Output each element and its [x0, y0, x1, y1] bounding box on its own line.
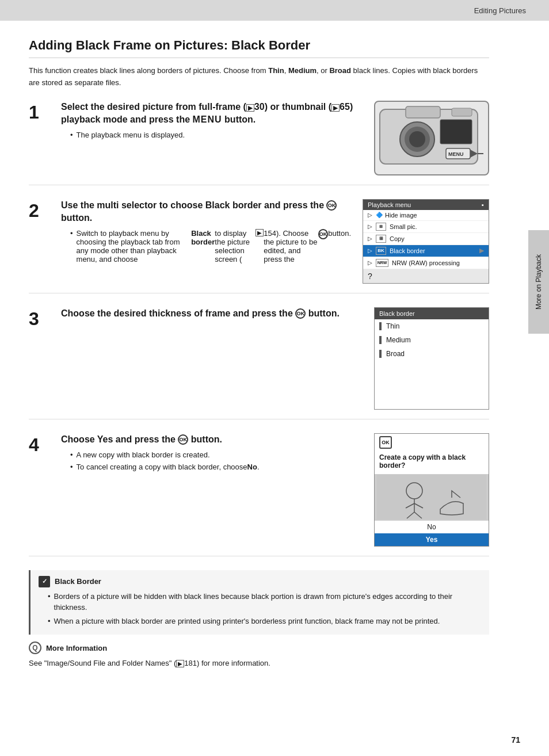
step-1-number: 1 [29, 103, 52, 121]
step-1-image: MENU [374, 101, 489, 175]
intro-broad: Broad [329, 66, 351, 75]
svg-text:MENU: MENU [448, 151, 464, 157]
more-info-text-end: ) for more information. [197, 659, 270, 667]
black-border-empty-1 [375, 361, 489, 377]
copy-icon: ⊞ [376, 235, 386, 243]
broad-label: Broad [386, 350, 405, 358]
top-bar: Editing Pictures [0, 0, 549, 21]
step-4-content: Choose Yes and press the OK button. A ne… [61, 433, 363, 471]
black-border-empty-3 [375, 393, 489, 409]
black-border-broad[interactable]: Broad [375, 347, 489, 361]
nrw-icon: NRW [376, 259, 388, 267]
step-3-title: Choose the desired thickness of frame an… [61, 307, 363, 320]
copy-no-label: No [427, 523, 436, 531]
thin-indicator [379, 322, 382, 330]
step-2-number: 2 [29, 201, 52, 220]
playback-menu-item-copy[interactable]: ▷ ⊞ Copy [363, 233, 489, 245]
step-3-number: 3 [29, 310, 52, 328]
svg-rect-11 [377, 475, 486, 520]
thin-label: Thin [386, 322, 399, 330]
black-border-bullet-2-text: When a picture with black border are pri… [54, 616, 440, 627]
copy-yes-label: Yes [426, 536, 438, 544]
playback-menu-title: Playback menu [368, 201, 411, 208]
preview-svg [377, 475, 486, 520]
svg-rect-1 [406, 106, 440, 118]
step-1-bullet: The playback menu is displayed. [70, 131, 363, 139]
black-border-medium[interactable]: Medium [375, 333, 489, 347]
intro-thin: Thin [268, 66, 284, 75]
step-2-title: Use the multi selector to choose Black b… [61, 199, 351, 225]
menu-item-small-label: Small pic. [390, 223, 417, 230]
playback-menu-icon: ▪ [482, 201, 484, 208]
menu-bottom: ? [363, 269, 489, 283]
medium-label: Medium [386, 336, 411, 344]
menu-arrow: ▶ [479, 247, 484, 254]
intro-or: , or [317, 66, 329, 75]
note-check-icon: ✓ [39, 576, 50, 587]
small-pic-icon: ⊞ [376, 223, 386, 231]
info-icon: Q [29, 642, 41, 654]
black-border-thin[interactable]: Thin [375, 319, 489, 333]
step-1: 1 Select the desired picture from full-f… [29, 101, 489, 185]
copy-ok-icon: OK [379, 436, 392, 449]
step-1-bullet-text: The playback menu is displayed. [77, 131, 185, 139]
intro-before: This function creates black lines along … [29, 66, 268, 75]
step-4-image: OK Create a copy with a black border? [374, 433, 489, 547]
step-2-content: Use the multi selector to choose Black b… [61, 199, 351, 264]
black-border-note: ✓ Black Border Borders of a picture will… [29, 570, 489, 635]
svg-rect-2 [452, 108, 472, 116]
step-2: 2 Use the multi selector to choose Black… [29, 199, 489, 293]
playback-menu-item-small[interactable]: ▷ ⊞ Small pic. [363, 221, 489, 233]
step-4-bullet-1: A new copy with black border is created. [70, 450, 363, 459]
intro-medium: Medium [288, 66, 317, 75]
copy-dialog-text: Create a copy with a black border? [375, 451, 489, 474]
more-info-ref: ▶181 [176, 659, 197, 667]
step-3-content: Choose the desired thickness of frame an… [61, 307, 363, 324]
camera-svg: MENU [377, 104, 486, 173]
more-info-text-before: See "Image/Sound File and Folder Names" … [29, 659, 176, 667]
step-1-content: Select the desired picture from full-fra… [61, 101, 363, 140]
black-border-note-title-text: Black Border [55, 577, 101, 586]
svg-rect-6 [440, 120, 472, 144]
step-3: 3 Choose the desired thickness of frame … [29, 307, 489, 419]
copy-dialog-yes[interactable]: Yes [375, 533, 489, 546]
more-info-title: Q More Information [29, 642, 489, 654]
medium-indicator [379, 336, 382, 344]
top-bar-title: Editing Pictures [474, 6, 526, 15]
blackborder-icon: BK [376, 247, 386, 255]
svg-point-5 [409, 131, 425, 147]
playback-menu-header: Playback menu ▪ [363, 200, 489, 210]
black-border-note-title: ✓ Black Border [39, 576, 481, 587]
intro-text: This function creates black lines along … [29, 65, 489, 89]
broad-indicator [379, 350, 382, 358]
step-4: 4 Choose Yes and press the OK button. A … [29, 433, 489, 556]
step-1-title: Select the desired picture from full-fra… [61, 101, 363, 127]
sidebar-label: More on Playback [528, 230, 549, 334]
sidebar-text: More on Playback [535, 254, 543, 310]
copy-dialog-icon-row: OK [375, 434, 489, 451]
black-border-empty-2 [375, 377, 489, 393]
playback-menu-item-hide[interactable]: ▷ 🔷 Hide image [363, 210, 489, 221]
step-2-image: Playback menu ▪ ▷ 🔷 Hide image ▷ ⊞ Small… [363, 199, 489, 284]
step-4-bullet-2: To cancel creating a copy with black bor… [70, 463, 363, 471]
page-number: 71 [511, 735, 520, 744]
black-border-note-bullet-2: When a picture with black border are pri… [48, 616, 481, 627]
step-3-image: Black border Thin Medium Broad [374, 307, 489, 410]
copy-dialog-preview [375, 474, 489, 520]
copy-dialog-no[interactable]: No [375, 520, 489, 533]
page-title: Adding Black Frame on Pictures: Black Bo… [29, 38, 489, 58]
step-4-number: 4 [29, 436, 52, 454]
copy-dialog: OK Create a copy with a black border? [374, 433, 489, 547]
step-4-title: Choose Yes and press the OK button. [61, 433, 363, 446]
playback-menu-box: Playback menu ▪ ▷ 🔷 Hide image ▷ ⊞ Small… [363, 199, 489, 284]
playback-menu-item-nrw[interactable]: ▷ NRW NRW (RAW) processing [363, 257, 489, 269]
more-info-text: See "Image/Sound File and Folder Names" … [29, 658, 489, 669]
more-info-title-text: More Information [46, 644, 107, 652]
menu-item-copy-label: Copy [390, 235, 405, 242]
camera-illustration: MENU [374, 101, 489, 175]
black-border-header: Black border [375, 308, 489, 319]
playback-menu-item-blackborder[interactable]: ▷ BK Black border ▶ [363, 245, 489, 257]
black-border-selection: Black border Thin Medium Broad [374, 307, 489, 410]
main-content: Adding Black Frame on Pictures: Black Bo… [0, 21, 518, 686]
menu-item-blackborder-label: Black border [390, 247, 425, 254]
